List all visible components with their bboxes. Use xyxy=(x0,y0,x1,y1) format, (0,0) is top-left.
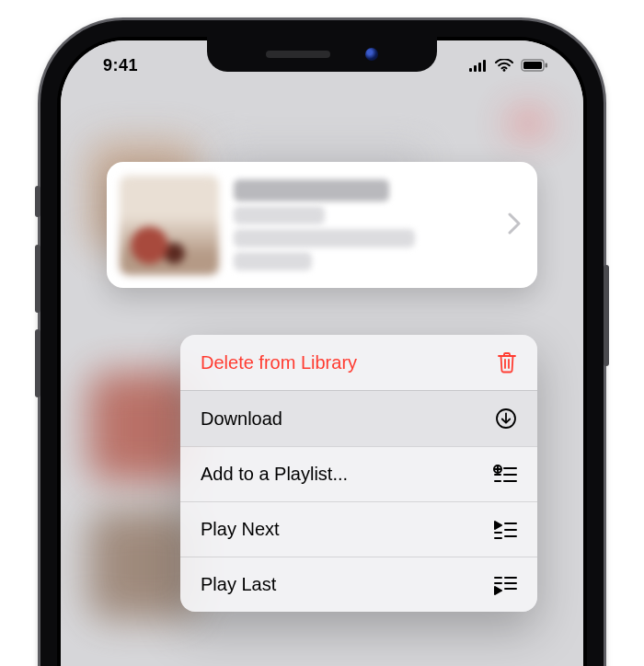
svg-rect-7 xyxy=(546,63,548,68)
menu-item-delete-from-library[interactable]: Delete from Library xyxy=(180,335,537,390)
phone-frame: 9:41 xyxy=(40,20,604,666)
power-button[interactable] xyxy=(604,265,609,366)
screen: 9:41 xyxy=(61,40,583,666)
menu-item-label: Play Last xyxy=(201,574,276,595)
add-playlist-icon xyxy=(493,465,517,485)
menu-item-label: Add to a Playlist... xyxy=(201,464,348,485)
notch xyxy=(207,37,437,72)
volume-up-button[interactable] xyxy=(35,245,40,313)
phone-bezel: 9:41 xyxy=(57,37,587,666)
menu-item-label: Play Next xyxy=(201,519,280,540)
menu-item-download[interactable]: Download xyxy=(180,390,537,446)
status-right xyxy=(469,59,548,72)
download-circle-icon xyxy=(495,408,517,430)
song-subtitle3 xyxy=(234,252,312,270)
svg-rect-0 xyxy=(469,68,472,72)
play-last-icon xyxy=(493,575,517,595)
wifi-icon xyxy=(495,59,513,72)
trash-icon xyxy=(497,351,517,373)
song-preview-card[interactable] xyxy=(107,162,537,288)
song-subtitle2 xyxy=(234,229,415,247)
song-meta xyxy=(234,175,493,275)
svg-rect-1 xyxy=(474,65,477,72)
menu-item-label: Delete from Library xyxy=(201,352,357,373)
status-time: 9:41 xyxy=(103,56,138,75)
play-next-icon xyxy=(493,520,517,540)
svg-rect-2 xyxy=(478,63,481,72)
chevron-right-icon xyxy=(508,212,521,238)
menu-item-add-to-playlist[interactable]: Add to a Playlist... xyxy=(180,446,537,501)
song-title xyxy=(234,179,389,201)
menu-item-play-next[interactable]: Play Next xyxy=(180,501,537,557)
song-subtitle1 xyxy=(234,206,325,224)
cellular-icon xyxy=(469,60,488,72)
album-art xyxy=(120,176,219,275)
menu-item-label: Download xyxy=(201,408,282,430)
battery-icon xyxy=(521,59,548,72)
svg-point-4 xyxy=(503,69,506,72)
context-menu: Delete from Library Download Add to a Pl… xyxy=(180,335,537,612)
volume-down-button[interactable] xyxy=(35,329,40,397)
front-camera xyxy=(365,48,378,61)
svg-rect-6 xyxy=(523,62,542,69)
speaker-grille xyxy=(266,51,330,58)
stage: 9:41 xyxy=(0,0,644,666)
svg-rect-3 xyxy=(483,60,486,72)
menu-item-play-last[interactable]: Play Last xyxy=(180,557,537,612)
mute-switch[interactable] xyxy=(35,186,40,217)
